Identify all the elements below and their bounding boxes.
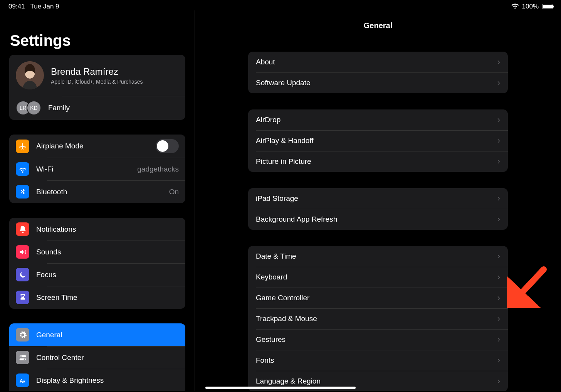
profile-card: Brenda Ramírez Apple ID, iCloud+, Media … — [9, 55, 185, 120]
sidebar-item-label: Display & Brightness — [36, 376, 179, 385]
detail-row-label: Fonts — [256, 356, 274, 365]
apple-id-row[interactable]: Brenda Ramírez Apple ID, iCloud+, Media … — [9, 55, 185, 96]
detail-row-background-refresh[interactable]: Background App Refresh › — [248, 209, 508, 230]
detail-row-airplay-handoff[interactable]: AirPlay & Handoff › — [248, 130, 508, 151]
detail-row-label: Language & Region — [256, 377, 321, 385]
detail-row-ipad-storage[interactable]: iPad Storage › — [248, 188, 508, 209]
detail-row-label: iPad Storage — [256, 194, 298, 203]
chevron-right-icon: › — [497, 57, 500, 67]
sidebar-item-label: General — [36, 331, 179, 339]
sidebar-item-label: Focus — [36, 271, 179, 279]
detail-row-label: AirPlay & Handoff — [256, 136, 314, 145]
bluetooth-icon — [16, 185, 29, 199]
detail-row-keyboard[interactable]: Keyboard › — [248, 267, 508, 288]
chevron-right-icon: › — [497, 136, 500, 146]
detail-row-airdrop[interactable]: AirDrop › — [248, 109, 508, 130]
hourglass-icon — [16, 291, 29, 304]
chevron-right-icon: › — [497, 272, 500, 282]
sidebar-item-sounds[interactable]: Sounds — [9, 241, 185, 263]
moon-icon — [16, 268, 29, 281]
profile-name: Brenda Ramírez — [51, 66, 179, 77]
sidebar-item-controlcenter[interactable]: Control Center — [9, 346, 185, 369]
detail-row-label: Software Update — [256, 79, 311, 87]
sidebar-item-general[interactable]: General — [9, 323, 185, 346]
detail-pane: General About › Software Update › AirDro… — [195, 10, 561, 391]
status-date: Tue Jan 9 — [30, 3, 59, 10]
sidebar-item-airplane[interactable]: Airplane Mode — [9, 135, 185, 158]
chevron-right-icon: › — [497, 115, 500, 125]
detail-row-pip[interactable]: Picture in Picture › — [248, 151, 508, 172]
detail-group-about: About › Software Update › — [248, 52, 508, 93]
text-size-icon: AA — [16, 373, 29, 387]
sidebar-item-bluetooth[interactable]: Bluetooth On — [9, 180, 185, 203]
bluetooth-value: On — [169, 188, 179, 196]
chevron-right-icon: › — [497, 355, 500, 365]
chevron-right-icon: › — [497, 376, 500, 386]
chevron-right-icon: › — [497, 193, 500, 204]
sidebar-item-focus[interactable]: Focus — [9, 263, 185, 286]
detail-row-label: Game Controller — [256, 294, 309, 302]
detail-row-label: Picture in Picture — [256, 157, 311, 166]
speaker-icon — [16, 245, 29, 259]
detail-row-date-time[interactable]: Date & Time › — [248, 246, 508, 267]
sidebar-item-screentime[interactable]: Screen Time — [9, 286, 185, 309]
status-bar: 09:41 Tue Jan 9 100% — [0, 0, 561, 10]
detail-row-label: Gestures — [256, 335, 286, 344]
chevron-right-icon: › — [497, 335, 500, 345]
chevron-right-icon: › — [497, 251, 500, 261]
sidebar-item-wifi[interactable]: Wi-Fi gadgethacks — [9, 158, 185, 180]
battery-icon — [542, 4, 553, 9]
detail-row-software-update[interactable]: Software Update › — [248, 72, 508, 93]
wifi-value: gadgethacks — [137, 165, 179, 173]
airplane-toggle[interactable] — [156, 139, 179, 153]
sidebar-item-label: Sounds — [36, 248, 179, 256]
family-row[interactable]: LR KD Family — [9, 96, 185, 120]
avatar — [16, 61, 44, 89]
sidebar-item-label: Screen Time — [36, 293, 179, 302]
chevron-right-icon: › — [497, 314, 500, 324]
settings-sidebar: Settings Brenda Ramírez Apple ID, iCloud… — [0, 10, 195, 391]
detail-row-label: Trackpad & Mouse — [256, 315, 317, 323]
switches-icon — [16, 351, 29, 364]
home-indicator[interactable] — [205, 387, 356, 389]
svg-point-5 — [24, 358, 25, 360]
settings-group-system: General Control Center AA Display & Brig… — [9, 323, 185, 391]
sidebar-item-label: Bluetooth — [36, 188, 162, 196]
detail-row-trackpad-mouse[interactable]: Trackpad & Mouse › — [248, 308, 508, 329]
sidebar-item-label: Notifications — [36, 225, 179, 234]
wifi-status-icon — [511, 2, 519, 10]
chevron-right-icon: › — [497, 214, 500, 224]
detail-row-label: Date & Time — [256, 252, 296, 261]
battery-percent: 100% — [522, 3, 539, 10]
detail-row-game-controller[interactable]: Game Controller › — [248, 288, 508, 308]
wifi-icon — [16, 162, 29, 176]
sidebar-item-notifications[interactable]: Notifications — [9, 218, 185, 241]
sidebar-item-label: Airplane Mode — [36, 142, 149, 150]
profile-subtitle: Apple ID, iCloud+, Media & Purchases — [51, 79, 179, 85]
sidebar-item-display[interactable]: AA Display & Brightness — [9, 369, 185, 391]
detail-row-gestures[interactable]: Gestures › — [248, 329, 508, 350]
family-avatars: LR KD — [16, 101, 41, 115]
settings-group-connectivity: Airplane Mode Wi-Fi gadgethacks Bluetoot… — [9, 135, 185, 203]
page-title: Settings — [10, 32, 185, 49]
detail-row-about[interactable]: About › — [248, 52, 508, 72]
svg-text:A: A — [23, 379, 25, 383]
detail-row-label: AirDrop — [256, 116, 280, 124]
bell-icon — [16, 222, 29, 236]
detail-group-storage: iPad Storage › Background App Refresh › — [248, 188, 508, 230]
detail-row-label: Keyboard — [256, 273, 287, 281]
detail-group-input: Date & Time › Keyboard › Game Controller… — [248, 246, 508, 391]
detail-row-label: Background App Refresh — [256, 215, 337, 224]
detail-row-label: About — [256, 58, 275, 66]
sidebar-item-label: Wi-Fi — [36, 165, 130, 173]
svg-point-3 — [20, 355, 22, 357]
family-label: Family — [48, 104, 179, 112]
chevron-right-icon: › — [497, 293, 500, 303]
gear-icon — [16, 328, 29, 342]
settings-group-attention: Notifications Sounds Focus Screen Time — [9, 218, 185, 309]
status-time: 09:41 — [8, 3, 25, 10]
detail-row-fonts[interactable]: Fonts › — [248, 350, 508, 371]
detail-title: General — [195, 21, 561, 30]
family-member-initials: KD — [27, 101, 41, 115]
airplane-icon — [16, 140, 29, 153]
